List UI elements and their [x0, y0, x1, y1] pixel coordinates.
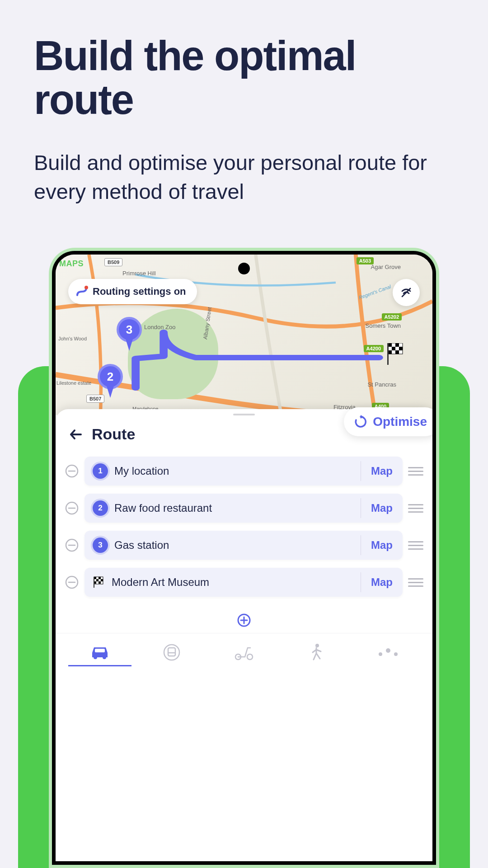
svg-rect-2: [395, 343, 399, 347]
svg-rect-4: [399, 347, 403, 350]
checkered-flag-icon: [93, 576, 105, 589]
svg-point-8: [84, 286, 88, 289]
svg-point-37: [386, 648, 390, 653]
svg-rect-3: [392, 347, 395, 350]
stop-row: 1 My location Map: [65, 457, 423, 486]
arrow-left-icon: [68, 427, 84, 442]
svg-rect-24: [99, 581, 101, 584]
map-pin-2[interactable]: 2: [98, 364, 123, 389]
route-panel: Optimise Route 1 My location Map: [56, 409, 432, 861]
plus-circle-icon: [237, 613, 251, 627]
car-icon: [89, 645, 110, 660]
drag-handle[interactable]: [408, 538, 423, 553]
optimise-button[interactable]: Optimise: [344, 407, 432, 436]
map-pin-3[interactable]: 3: [117, 317, 142, 342]
map-link[interactable]: Map: [361, 576, 403, 589]
svg-rect-25: [94, 577, 94, 588]
stop-row: 2 Raw food restaurant Map: [65, 494, 423, 523]
svg-rect-22: [101, 579, 103, 581]
scooter-icon: [234, 644, 254, 660]
svg-rect-6: [395, 350, 399, 354]
minus-circle-icon: [65, 501, 79, 515]
map-view[interactable]: MAPS Primrose Hill Agar Grove: [56, 255, 432, 415]
taxi-icon: [378, 648, 399, 657]
stop-number-badge: 1: [93, 463, 108, 479]
stop-name: Modern Art Museum: [112, 576, 209, 589]
panel-title: Route: [92, 425, 135, 443]
stop-name: My location: [114, 465, 169, 477]
drag-handle[interactable]: [408, 463, 423, 479]
svg-rect-21: [96, 579, 99, 581]
phone-frame: MAPS Primrose Hill Agar Grove: [49, 248, 439, 868]
svg-point-28: [103, 656, 106, 659]
wifi-off-button[interactable]: [393, 279, 420, 306]
stop-row: 3 Gas station Map: [65, 531, 423, 560]
map-pin-destination[interactable]: [386, 343, 405, 368]
tab-car[interactable]: [64, 641, 136, 664]
back-button[interactable]: [68, 427, 84, 442]
optimise-label: Optimise: [373, 415, 427, 429]
remove-stop-button[interactable]: [65, 575, 79, 590]
minus-circle-icon: [65, 538, 79, 552]
tab-scooter[interactable]: [208, 641, 280, 664]
svg-point-36: [379, 652, 382, 656]
walk-icon: [310, 643, 323, 661]
stop-number-badge: 3: [93, 538, 108, 553]
stop-name: Raw food restaurant: [114, 502, 212, 514]
map-link[interactable]: Map: [361, 502, 403, 514]
svg-rect-20: [99, 577, 101, 579]
svg-point-38: [394, 652, 398, 656]
stop-card[interactable]: 1 My location Map: [84, 457, 403, 486]
page-title: Build the optimal route: [34, 34, 454, 121]
svg-rect-31: [168, 648, 175, 656]
camera-notch: [238, 263, 250, 274]
svg-rect-5: [388, 350, 392, 354]
route-pin-icon: [75, 285, 88, 298]
drag-handle[interactable]: [408, 500, 423, 516]
transport-tabs: [56, 633, 432, 665]
svg-point-34: [247, 654, 253, 660]
stop-card[interactable]: 3 Gas station Map: [84, 531, 403, 560]
remove-stop-button[interactable]: [65, 538, 79, 552]
tab-walk[interactable]: [280, 640, 352, 665]
svg-point-27: [94, 656, 97, 659]
wifi-off-icon: [399, 286, 413, 299]
routing-chip-label: Routing settings on: [93, 286, 186, 297]
drag-handle[interactable]: [408, 575, 423, 590]
stop-card[interactable]: 2 Raw food restaurant Map: [84, 494, 403, 523]
minus-circle-icon: [65, 464, 79, 478]
stop-row: Modern Art Museum Map: [65, 568, 423, 597]
remove-stop-button[interactable]: [65, 464, 79, 478]
svg-rect-29: [95, 649, 105, 652]
transit-icon: [163, 643, 181, 661]
stop-name: Gas station: [114, 539, 169, 552]
refresh-icon: [354, 415, 367, 429]
tab-transit[interactable]: [136, 640, 208, 665]
stop-number-badge: 2: [93, 500, 108, 516]
svg-rect-7: [387, 343, 389, 365]
map-link[interactable]: Map: [361, 539, 403, 552]
page-subtitle: Build and optimise your personal route f…: [34, 148, 454, 206]
add-stop-button[interactable]: [237, 613, 251, 629]
stop-card[interactable]: Modern Art Museum Map: [84, 568, 403, 597]
remove-stop-button[interactable]: [65, 501, 79, 515]
svg-rect-1: [388, 343, 392, 347]
svg-point-35: [315, 644, 319, 647]
minus-circle-icon: [65, 575, 79, 590]
routing-settings-chip[interactable]: Routing settings on: [68, 279, 197, 304]
tab-taxi[interactable]: [352, 644, 424, 660]
map-link[interactable]: Map: [361, 465, 403, 477]
